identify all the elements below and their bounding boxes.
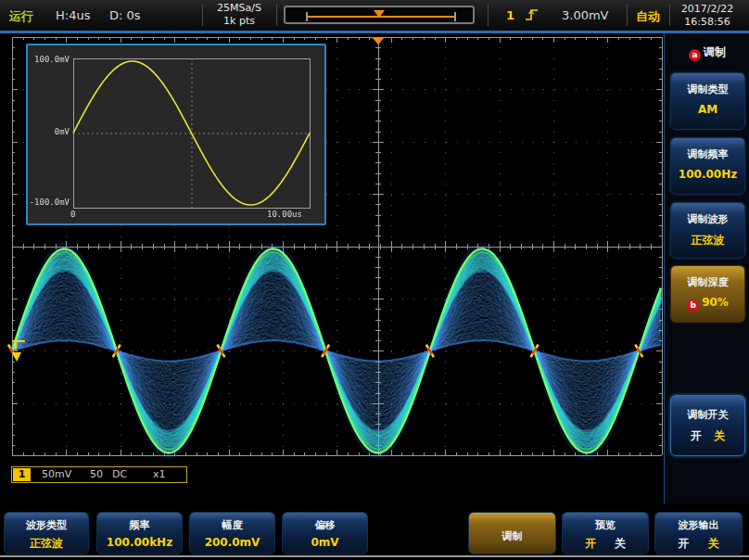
menu-item-frequency[interactable]: 频率 100.00kHz [96,512,183,554]
divider [276,5,277,26]
accent-separator [0,31,749,33]
trigger-position-icon[interactable] [371,36,386,45]
trigger-mode: 自动 [636,8,660,25]
hpos-right-tick [454,12,456,21]
top-status-bar: 运行 H:4us D: 0s 25MSa/S 1k pts 1 3.00mV 自… [0,0,749,31]
output-on-label: 开 [678,536,689,552]
divider [627,5,628,26]
divider [488,5,489,26]
horizontal-scale: H:4us [56,8,90,22]
preview-on-label: 开 [585,536,596,552]
menu-item-amplitude[interactable]: 幅度 200.0mV [189,512,275,554]
menu-item-modulation-depth[interactable]: 调制深度 b90% [670,265,745,323]
date: 2017/2/22 [671,3,743,16]
menu-item-modulation-type[interactable]: 调制类型 AM [670,72,745,130]
menu-item-modulation-switch[interactable]: 调制开关 开 关 [670,395,745,456]
channel-probe: x1 [153,467,166,482]
datetime: 2017/2/22 16:58:56 [671,3,743,29]
bottom-edge-line [0,555,749,557]
preview-waveform-plot [28,45,324,223]
oscilloscope-screen: 运行 H:4us D: 0s 25MSa/S 1k pts 1 3.00mV 自… [0,0,749,560]
switch-on-label: 开 [691,428,702,444]
channel1-badge[interactable]: 1 50mV 50 DC x1 [11,466,187,483]
channel1-level-marker-icon[interactable] [9,334,32,367]
inset-x-min-label: 0 [70,210,75,219]
menu-item-modulation-frequency[interactable]: 调制频率 100.00Hz [670,137,745,195]
hpos-trigger-marker-icon [374,10,385,18]
knob-a-icon: a [689,49,701,61]
menu-item-modulation[interactable]: 调制 [468,512,556,554]
channel-number: 1 [13,468,31,481]
horizontal-position-indicator [284,6,475,24]
run-status: 运行 [9,8,33,25]
menu-item-waveform-output[interactable]: 波形输出 开 关 [654,512,743,554]
trigger-delay: D: 0s [109,8,141,22]
inset-y-max-label: 100.0mV [34,55,70,64]
trigger-level: 3.00mV [562,8,609,22]
channel-impedance: 50 [90,467,103,482]
acquisition-info: 25MSa/S 1k pts [206,2,273,28]
memory-depth: 1k pts [206,15,273,28]
trigger-source: 1 [506,8,514,22]
bottom-menu-bar: 波形类型 正弦波 频率 100.00kHz 幅度 200.0mV 偏移 0mV … [0,503,749,560]
channel-scale: 50mV [42,467,71,482]
inset-x-max-label: 10.00us [267,210,302,219]
menu-title: a调制 [665,45,749,61]
menu-item-offset[interactable]: 偏移 0mV [282,512,368,554]
sample-rate: 25MSa/S [206,2,273,15]
rising-edge-icon [525,7,541,22]
preview-off-label: 关 [615,536,626,552]
divider [669,5,670,26]
menu-item-preview[interactable]: 预览 开 关 [562,512,649,554]
modulation-menu-panel: a调制 调制类型 AM 调制频率 100.00Hz 调制波形 正弦波 调制深度 … [664,33,749,503]
divider [202,5,203,26]
inset-y-zero-label: 0mV [55,127,70,136]
preview-inset-window: 100.0mV 0mV -100.0mV 0 10.00us [26,44,326,225]
inset-y-min-label: -100.0mV [30,197,70,207]
menu-item-waveform-type[interactable]: 波形类型 正弦波 [4,512,89,554]
knob-b-icon: b [687,299,699,312]
channel-coupling: DC [112,467,127,482]
menu-item-modulation-waveform[interactable]: 调制波形 正弦波 [670,202,745,259]
output-off-label: 关 [708,536,719,552]
switch-off-label: 关 [714,428,725,444]
time: 16:58:56 [671,16,743,29]
